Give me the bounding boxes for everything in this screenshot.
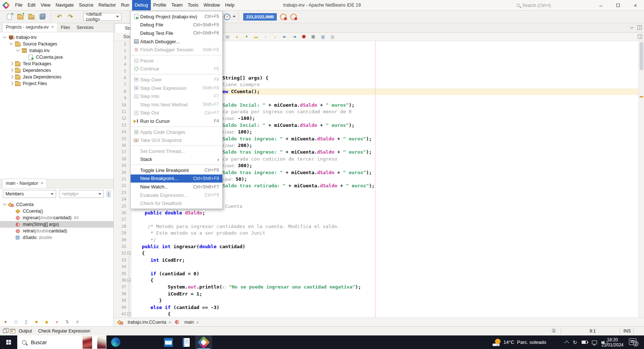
record-macro-icon[interactable] [301, 34, 307, 40]
tab-navigator[interactable]: main - Navigator × [2, 179, 47, 188]
expander-icon[interactable] [2, 202, 7, 207]
fold-collapse-icon[interactable] [127, 312, 131, 316]
close-icon[interactable]: × [41, 179, 43, 188]
menu-debug[interactable]: Debug [132, 0, 151, 10]
editor-scrollbar[interactable] [638, 41, 644, 317]
menu-item-step-over-expression[interactable]: ↠Step Over ExpressionShift+F8 [131, 84, 222, 92]
menu-item-debug-test-file[interactable]: Debug Test FileCtrl+Shift+F6 [131, 29, 222, 37]
sort-alpha-icon[interactable]: ⇅ [64, 319, 70, 325]
menu-item-step-into-next-method[interactable]: Step Into Next MethodShift+F7 [131, 100, 222, 109]
fold-collapse-icon[interactable] [127, 251, 131, 255]
profile-project-button[interactable] [223, 12, 232, 21]
network-icon[interactable] [592, 341, 597, 344]
previous-bookmark-icon[interactable] [262, 34, 269, 40]
find-previous-icon[interactable] [234, 34, 240, 40]
show-methods-icon[interactable]: ● [54, 319, 60, 325]
open-project-button[interactable] [27, 12, 36, 21]
battery-icon[interactable] [582, 341, 587, 344]
maximize-editor-icon[interactable] [637, 25, 642, 30]
reset-profile-results-icon[interactable] [280, 14, 287, 20]
expander-icon[interactable] [9, 81, 14, 86]
taskbar-app-edge[interactable] [107, 335, 124, 349]
menu-item-toggle-line-breakpoint[interactable]: Toggle Line BreakpointCtrl+F8 [131, 166, 222, 174]
maximize-button[interactable] [610, 0, 627, 11]
tab-services[interactable]: Services [73, 23, 97, 32]
history-icon[interactable] [224, 34, 230, 40]
menu-item-check-for-deadlock[interactable]: Check for Deadlock [131, 199, 222, 207]
menu-window[interactable]: Window [201, 0, 222, 10]
menu-item-new-breakpoint[interactable]: New Breakpoint...Ctrl+Shift+F8 [131, 174, 222, 183]
tree-item-main-string-args[interactable]: main(String[] args) [0, 221, 113, 228]
show-inherited-icon[interactable]: ▾ [2, 319, 9, 325]
taskbar-app-mail[interactable] [160, 335, 177, 349]
tree-item-trabajo-inv[interactable]: trabajo-inv [0, 34, 113, 41]
taskbar-app-notepad[interactable] [178, 335, 194, 349]
menu-source[interactable]: Source [76, 0, 96, 10]
shift-right-icon[interactable] [291, 34, 297, 40]
menu-help[interactable]: Help [222, 0, 237, 10]
tree-item-ccuenta-java[interactable]: CCuenta.java [0, 54, 113, 60]
tree-item-ingresar-double-cantidad-int[interactable]: ingresar(double cantidad) : int [0, 214, 113, 221]
menu-item-pause[interactable]: Pause [131, 56, 222, 65]
breadcrumb-method[interactable]: main [184, 320, 194, 325]
comment-icon[interactable] [320, 34, 326, 40]
action-center-icon[interactable]: 2 [629, 338, 636, 345]
new-project-button[interactable]: + [16, 12, 25, 21]
stop-macro-icon[interactable] [310, 34, 316, 40]
expander-icon[interactable] [2, 35, 7, 40]
save-all-button[interactable] [38, 12, 47, 21]
memory-indicator[interactable]: 233,2/322,0MB [243, 13, 277, 21]
notification-bubble-icon[interactable]: ① [552, 328, 556, 334]
tree-item-ccuenta[interactable]: CCuenta [0, 201, 113, 208]
menu-item-step-out[interactable]: ↑Step OutCtrl+F7 [131, 109, 222, 117]
menu-team[interactable]: Team [169, 0, 185, 10]
menu-item-debug-file[interactable]: Debug FileCtrl+Shift+F5 [131, 21, 222, 29]
tree-item-java-dependencies[interactable]: Java Dependencies [0, 74, 113, 80]
tab-files[interactable]: Files [58, 23, 73, 32]
redo-button[interactable]: ↷ [66, 12, 75, 21]
search-highlight-images[interactable] [78, 336, 106, 349]
start-button[interactable] [0, 335, 17, 349]
config-select[interactable]: <default config> [83, 13, 121, 21]
profile-points-icon[interactable] [290, 14, 297, 20]
menu-item-finish-debugger-session[interactable]: Finish Debugger SessionShift+F5 [131, 45, 222, 54]
next-bookmark-icon[interactable] [272, 34, 278, 40]
members-select[interactable]: Members [3, 190, 56, 198]
menu-item-step-over[interactable]: ↷Step OverF8 [131, 76, 222, 84]
minimize-button[interactable]: – [592, 0, 610, 11]
scrollbar-thumb[interactable] [640, 42, 643, 70]
show-static-icon[interactable]: ▯ [23, 319, 29, 325]
tree-item-project-files[interactable]: Project Files [0, 80, 113, 87]
filter-window-icon[interactable] [107, 191, 110, 197]
filter-select[interactable]: <empty> [59, 190, 104, 198]
menu-item-debug-project-trabajo-inv[interactable]: Debug Project (trabajo-inv)Ctrl+F5 [131, 12, 222, 21]
shift-left-icon[interactable] [281, 34, 288, 40]
expander-icon[interactable] [9, 61, 14, 66]
taskbar-app-microsoft-store[interactable] [142, 335, 159, 349]
expander-icon[interactable] [9, 74, 14, 80]
menu-item-new-watch[interactable]: New Watch...Ctrl+Shift+F7 [131, 183, 222, 191]
toggle-highlight-icon[interactable] [253, 34, 259, 40]
menu-run[interactable]: Run [119, 0, 132, 10]
show-constructors-icon[interactable]: ◆ [43, 319, 50, 325]
close-button[interactable]: × [627, 0, 644, 11]
expander-icon[interactable] [15, 48, 21, 53]
menu-file[interactable]: File [12, 0, 25, 10]
taskbar-app-file-explorer[interactable] [125, 335, 142, 349]
menu-edit[interactable]: Edit [25, 0, 38, 10]
tree-item-retirar-double-cantidad[interactable]: retirar(double cantidad) [0, 228, 113, 234]
tab-projects-segunda-ev[interactable]: Projects - segunda-ev× [2, 22, 58, 32]
undo-button[interactable]: ↶ [55, 12, 64, 21]
output-label[interactable]: Output [19, 328, 32, 334]
menu-item-continue[interactable]: ContinueF5 [131, 65, 222, 73]
close-icon[interactable]: × [51, 23, 54, 32]
fold-collapse-icon[interactable] [127, 279, 131, 282]
menu-item-apply-code-changes[interactable]: Apply Code Changes [131, 128, 222, 136]
tab-list-icon[interactable] [629, 25, 634, 30]
menu-item-evaluate-expression[interactable]: Evaluate Expression...Ctrl+F9 [131, 191, 222, 199]
menu-tools[interactable]: Tools [185, 0, 201, 10]
taskbar-weather[interactable]: 14°C Parc. soleado [492, 335, 546, 349]
taskbar-clock[interactable]: 18:20 21/01/2024 [599, 335, 626, 349]
sort-source-icon[interactable]: ≡ [74, 319, 81, 325]
tree-item-ccuenta[interactable]: CCuenta() [0, 208, 113, 214]
